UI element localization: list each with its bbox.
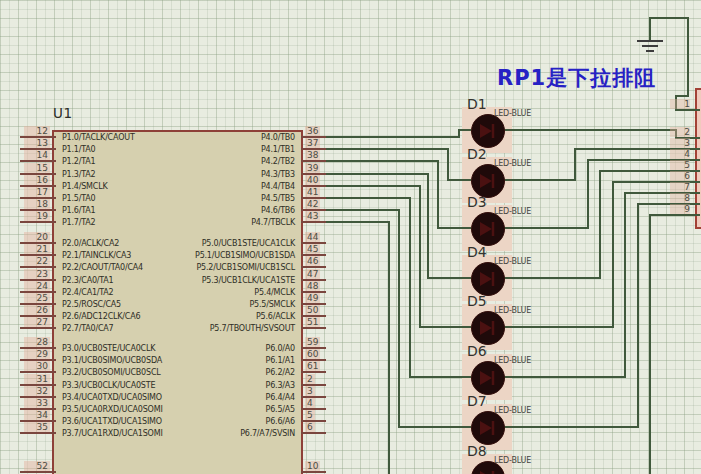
- pin-number-left: 15: [24, 163, 50, 173]
- led-diode-glyph: [472, 165, 504, 197]
- component-ref-u1[interactable]: U1: [53, 105, 72, 121]
- rp1-pin-number: 9: [670, 204, 690, 214]
- pin-number-right: 42: [305, 199, 320, 209]
- component-ref-label[interactable]: D4: [467, 245, 487, 260]
- pin-name-left: P1.2/TA1: [62, 157, 95, 166]
- pin-name-left: P2.0/ACLK/CA2: [62, 239, 119, 248]
- component-part-label: LED-BLUE: [494, 207, 531, 216]
- pin-number-left: 28: [24, 337, 50, 347]
- rp1-pin-number: 2: [670, 127, 690, 137]
- led-diode-glyph: [472, 312, 504, 344]
- pin-name-left: P1.6/TA1: [62, 206, 95, 215]
- pin-number-left: 13: [24, 138, 50, 148]
- pin-number-left: 31: [24, 374, 50, 384]
- pin-name-right: P5.4/MCLK: [254, 288, 295, 297]
- pin-number-right: 6: [305, 422, 315, 432]
- wire-anode[interactable]: [326, 149, 471, 180]
- pin-number-right: 41: [305, 187, 320, 197]
- wire-anode[interactable]: [326, 210, 471, 427]
- pin-name-right: P4.7/TBCLK: [251, 218, 295, 227]
- pin-number-right: 51: [305, 317, 320, 327]
- pin-number-right: 10: [305, 461, 320, 471]
- pin-name-right: P6.5/A5: [266, 405, 295, 414]
- led-symbol[interactable]: [471, 361, 505, 395]
- pin-name-left: P2.4/CA1/TA2: [62, 288, 114, 297]
- pin-name-left: P2.6/ADC12CLK/CA6: [62, 312, 140, 321]
- led-symbol[interactable]: [471, 114, 505, 148]
- rp1-pin-number: 7: [670, 182, 690, 192]
- pin-name-right: P5.6/ACLK: [256, 312, 295, 321]
- pin-number-right: 43: [305, 211, 320, 221]
- schematic-canvas: U1 RP1是下拉排阻 1236P1.0/TACLK/CAOUTP4.0/TB0…: [0, 0, 701, 474]
- pin-number-left: 23: [24, 269, 50, 279]
- component-ref-label[interactable]: D2: [467, 147, 487, 162]
- component-ref-label[interactable]: D1: [467, 97, 487, 112]
- pin-name-right: P6.3/A3: [266, 381, 295, 390]
- pin-number-left: 29: [24, 349, 50, 359]
- pin-name-left: P3.3/UCB0CLK/UCA0STE: [62, 381, 155, 390]
- component-ref-label[interactable]: D5: [467, 294, 487, 309]
- pin-number-right: 61: [305, 361, 320, 371]
- rp1-pin-number: 6: [670, 171, 690, 181]
- component-ref-label[interactable]: D8: [467, 444, 487, 459]
- pin-number-right: 49: [305, 293, 320, 303]
- pin-name-left: P1.7/TA2: [62, 218, 95, 227]
- pin-name-right: P4.5/TB5: [261, 194, 295, 203]
- pin-name-right: P6.4/A4: [266, 393, 295, 402]
- pin-name-left: P3.7/UCA1RXD/UCA1SOMI: [62, 429, 163, 438]
- led-diode-glyph: [472, 412, 504, 444]
- pin-number-left: 35: [24, 422, 50, 432]
- component-ref-label[interactable]: D7: [467, 394, 487, 409]
- led-symbol[interactable]: [471, 311, 505, 345]
- pin-name-right: P5.5/SMCLK: [249, 300, 295, 309]
- led-diode-glyph: [472, 115, 504, 147]
- pin-number-left: 32: [24, 386, 50, 396]
- pin-number-left: 12: [24, 126, 50, 136]
- pin-name-left: P3.5/UCA0RXD/UCA0SOMI: [62, 405, 163, 414]
- pin-name-left: P2.2/CAOUT/TA0/CA4: [62, 263, 143, 272]
- pin-name-left: P1.0/TACLK/CAOUT: [62, 133, 135, 142]
- pin-number-left: 16: [24, 175, 50, 185]
- pin-name-left: P1.4/SMCLK: [62, 182, 108, 191]
- pin-number-left: 22: [24, 256, 50, 266]
- pin-number-left: 20: [24, 232, 50, 242]
- pin-name-left: P1.5/TA0: [62, 194, 95, 203]
- annotation-text[interactable]: RP1是下拉排阻: [497, 64, 656, 92]
- pin-number-left: 17: [24, 187, 50, 197]
- pin-number-left: 14: [24, 150, 50, 160]
- rp1-pin-number: 3: [670, 138, 690, 148]
- pin-number-left: 21: [24, 244, 50, 254]
- wire-anode[interactable]: [326, 130, 471, 137]
- pin-name-right: P4.2/TB2: [261, 157, 295, 166]
- wire-ground[interactable]: [650, 18, 700, 110]
- pin-name-left: P2.3/CA0/TA1: [62, 276, 114, 285]
- wire-cathode[interactable]: [503, 204, 700, 427]
- wire-cathode[interactable]: [503, 193, 700, 377]
- pin-number-right: 3: [305, 386, 315, 396]
- pin-name-left: P2.5/ROSC/CA5: [62, 300, 121, 309]
- pin-number-left: 19: [24, 211, 50, 221]
- led-symbol[interactable]: [471, 262, 505, 296]
- pin-name-right: P5.2/UCB1SOMI/UCB1SCL: [196, 263, 295, 272]
- pin-name-right: P6.7/A7/SVSIN: [240, 429, 295, 438]
- led-diode-glyph: [472, 263, 504, 295]
- wire-cathode[interactable]: [503, 215, 700, 474]
- pin-number-left: 18: [24, 199, 50, 209]
- pin-number-right: 4: [305, 398, 315, 408]
- led-symbol[interactable]: [471, 164, 505, 198]
- pin-number-right: 36: [305, 126, 320, 136]
- pin-name-right: P5.3/UCB1CLK/UCA1STE: [202, 276, 295, 285]
- component-ref-label[interactable]: D3: [467, 195, 487, 210]
- pin-number-left: 26: [24, 305, 50, 315]
- component-part-label: LED-BLUE: [494, 109, 531, 118]
- pin-number-left: 52: [24, 461, 50, 471]
- pin-name-left: P1.1/TA0: [62, 145, 95, 154]
- pin-name-right: P4.4/TB4: [261, 182, 295, 191]
- pin-name-left: P3.2/UCB0SOMI/UCB0SCL: [62, 368, 161, 377]
- led-diode-glyph: [472, 362, 504, 394]
- component-ref-label[interactable]: D6: [467, 344, 487, 359]
- pin-name-left: P1.3/TA2: [62, 170, 95, 179]
- component-part-label: LED-BLUE: [494, 159, 531, 168]
- led-symbol[interactable]: [471, 411, 505, 445]
- led-symbol[interactable]: [471, 212, 505, 246]
